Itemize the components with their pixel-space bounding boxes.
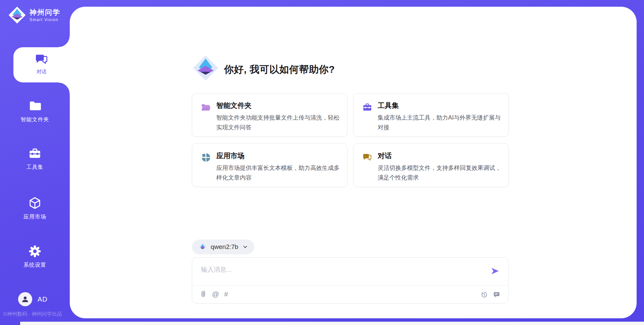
gear-icon xyxy=(28,245,42,258)
mention-icon[interactable]: @ xyxy=(212,290,219,298)
card-description: 应用市场提供丰富长文本模板，助力高效生成多样化文章内容 xyxy=(216,163,340,183)
composer-divider xyxy=(193,285,508,285)
app-market-icon xyxy=(201,152,211,162)
card-title: 对话 xyxy=(378,151,392,160)
greeting-diamond-logo-icon xyxy=(192,54,219,82)
cube-icon xyxy=(28,196,42,210)
sidebar-item-label: 工具集 xyxy=(0,164,70,171)
send-button[interactable] xyxy=(491,266,500,276)
message-composer: @ # xyxy=(192,257,508,304)
card-description: 集成市场上主流工具，助力AI与外界无缝扩展与对接 xyxy=(378,113,502,132)
avatar xyxy=(18,292,32,306)
composer-tools-left: @ # xyxy=(200,290,228,298)
hash-icon[interactable]: # xyxy=(224,290,228,298)
horizontal-scrollbar[interactable] xyxy=(20,322,644,325)
chat-bubbles-icon xyxy=(35,53,49,67)
sidebar-item-settings[interactable]: 系统设置 xyxy=(0,245,70,269)
card-app-market[interactable]: 应用市场 应用市场提供丰富长文本模板，助力高效生成多样化文章内容 xyxy=(192,143,347,187)
sidebar-item-smart-folders[interactable]: 智能文件夹 xyxy=(0,99,70,123)
sidebar-item-chat[interactable]: 对话 xyxy=(13,47,70,82)
chevron-down-icon xyxy=(242,244,248,250)
sidebar-item-label: 应用市场 xyxy=(0,213,70,220)
card-smart-folders[interactable]: 智能文件夹 智能文件夹功能支持批量文件上传与清洗，轻松实现文件问答 xyxy=(192,93,347,137)
sidebar-item-app-market[interactable]: 应用市场 xyxy=(0,196,70,220)
briefcase-icon xyxy=(28,147,42,160)
card-title: 智能文件夹 xyxy=(216,101,252,110)
sidebar-item-toolset[interactable]: 工具集 xyxy=(0,147,70,171)
send-icon xyxy=(491,267,499,275)
brand: 神州问学 Smart Vision xyxy=(8,6,60,24)
history-icon[interactable] xyxy=(481,291,488,298)
copyright-footer: ©神州数码 · 神州问学出品 xyxy=(3,311,62,317)
message-input[interactable] xyxy=(200,262,470,277)
composer-tools-right xyxy=(481,291,500,298)
briefcase-icon xyxy=(362,102,372,112)
chat-bubbles-icon xyxy=(362,152,372,162)
comment-icon[interactable] xyxy=(493,291,500,298)
card-description: 灵活切换多模型文件，支持多样回复效果调试，满足个性化需求 xyxy=(378,163,502,183)
sidebar-item-label: 系统设置 xyxy=(0,262,70,269)
sidebar-item-label: 智能文件夹 xyxy=(0,116,70,123)
user-name: AD xyxy=(38,296,48,303)
open-folder-icon xyxy=(201,102,211,112)
user-profile[interactable]: AD xyxy=(18,292,48,306)
sidebar: 神州问学 Smart Vision 对话 智能文件夹 工具集 应用市场 系统设置… xyxy=(0,0,70,325)
brand-text: 神州问学 Smart Vision xyxy=(30,8,60,22)
card-toolset[interactable]: 工具集 集成市场上主流工具，助力AI与外界无缝扩展与对接 xyxy=(353,93,509,137)
brand-diamond-logo-icon xyxy=(8,6,26,24)
sidebar-item-label: 对话 xyxy=(13,69,70,75)
brand-name: 神州问学 xyxy=(30,8,60,16)
app-window: { "colors":{ "sidebar_purple":"#5b4beb",… xyxy=(0,0,644,325)
model-name: qwen2:7b xyxy=(211,243,238,251)
model-selector[interactable]: qwen2:7b xyxy=(192,240,254,254)
brand-subtitle: Smart Vision xyxy=(30,17,60,22)
person-icon xyxy=(21,295,30,304)
card-title: 工具集 xyxy=(378,101,399,110)
model-diamond-logo-icon xyxy=(199,243,207,251)
greeting-title: 你好, 我可以如何帮助你? xyxy=(224,63,335,76)
card-chat[interactable]: 对话 灵活切换多模型文件，支持多样回复效果调试，满足个性化需求 xyxy=(353,143,509,187)
card-description: 智能文件夹功能支持批量文件上传与清洗，轻松实现文件问答 xyxy=(216,113,340,132)
paperclip-icon[interactable] xyxy=(200,290,207,298)
folder-icon xyxy=(28,99,42,113)
card-title: 应用市场 xyxy=(216,151,245,160)
